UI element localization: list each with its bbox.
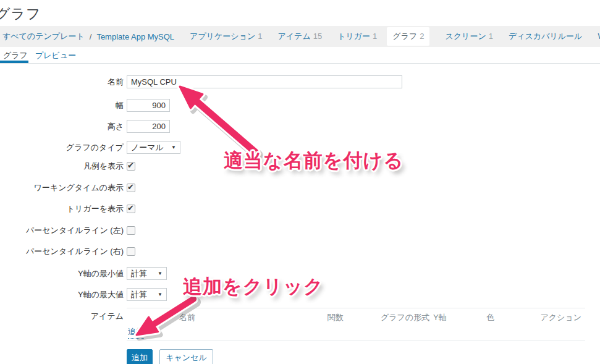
show-legend-label: 凡例を表示 <box>0 161 124 172</box>
yaxis-min-select[interactable]: 計算 ▼ <box>127 267 167 280</box>
nav-item-discovery-rules[interactable]: ディスカバリルール <box>509 31 582 42</box>
item-add-link[interactable]: 追加 <box>128 326 144 339</box>
dropdown-caret-icon: ▼ <box>151 292 163 297</box>
form-row-show-triggers: トリガーを表示 ✔ <box>0 203 135 215</box>
nav-item-screens[interactable]: スクリーン1 <box>445 31 492 42</box>
cancel-button[interactable]: キャンセル <box>159 349 213 364</box>
yaxis-min-value: 計算 <box>131 268 147 279</box>
yaxis-max-label: Y軸の最大値 <box>0 289 124 300</box>
yaxis-max-select[interactable]: 計算 ▼ <box>127 288 167 301</box>
nav-item-items[interactable]: アイテム15 <box>277 31 322 42</box>
form-row-yaxis-max: Y軸の最大値 計算 ▼ <box>0 288 167 301</box>
form-row-height: 高さ <box>0 120 170 133</box>
form-row-yaxis-min: Y軸の最小値 計算 ▼ <box>0 267 167 280</box>
tab-bar: グラフ プレビュー <box>0 47 600 64</box>
percentile-right-checkbox[interactable]: ✔ <box>127 247 135 256</box>
show-triggers-checkbox[interactable]: ✔ <box>127 205 135 213</box>
items-column-function: 関数 <box>327 312 344 323</box>
form-buttons: 追加 キャンセル <box>127 349 213 364</box>
add-button[interactable]: 追加 <box>127 349 153 364</box>
graph-type-label: グラフのタイプ <box>0 142 124 153</box>
nav-count: 1 <box>489 32 493 41</box>
breadcrumb-separator: / <box>90 32 92 41</box>
width-input[interactable] <box>127 99 170 112</box>
yaxis-min-label: Y軸の最小値 <box>0 268 124 279</box>
checkmark-icon: ✔ <box>127 203 134 213</box>
items-label: アイテム <box>0 311 124 322</box>
show-triggers-label: トリガーを表示 <box>0 203 124 214</box>
items-column-action: アクション <box>540 312 581 323</box>
percentile-left-checkbox[interactable]: ✔ <box>127 226 135 235</box>
items-column-yaxis: Y軸 <box>433 312 447 323</box>
width-label: 幅 <box>0 100 124 111</box>
name-input[interactable] <box>127 75 402 88</box>
graph-edit-page: グラフ すべてのテンプレート / Template App MySQL アプリケ… <box>0 0 600 364</box>
items-column-name: 名前 <box>179 312 195 323</box>
checkmark-icon: ✔ <box>127 161 134 170</box>
percentile-left-label: パーセンタイルライン (左) <box>0 225 124 236</box>
form-row-percentile-right: パーセンタイルライン (右) ✔ <box>0 245 135 258</box>
form-row-width: 幅 <box>0 99 170 112</box>
dropdown-caret-icon: ▼ <box>165 145 176 150</box>
height-label: 高さ <box>0 121 124 132</box>
graph-type-select[interactable]: ノーマル ▼ <box>127 141 180 154</box>
form-row-items: アイテム <box>0 311 124 322</box>
tab-preview[interactable]: プレビュー <box>35 50 76 61</box>
annotation-add-note: 追加をクリック <box>183 274 324 300</box>
form-row-graph-type: グラフのタイプ ノーマル ▼ <box>0 141 180 154</box>
items-column-draw-style: グラフの形式 <box>381 312 429 323</box>
breadcrumb-all-templates-link[interactable]: すべてのテンプレート <box>2 31 85 42</box>
nav-item-triggers[interactable]: トリガー1 <box>337 31 377 42</box>
nav-item-graphs[interactable]: グラフ2 <box>387 27 429 46</box>
nav-item-applications[interactable]: アプリケーション1 <box>190 31 262 42</box>
items-table: 名前 関数 グラフの形式 Y軸 色 アクション 追加 <box>127 308 585 341</box>
form-row-name: 名前 <box>0 75 402 88</box>
form-row-show-legend: 凡例を表示 ✔ <box>0 160 135 172</box>
nav-count: 1 <box>373 32 377 41</box>
percentile-right-label: パーセンタイルライン (右) <box>0 246 124 257</box>
nav-item-web-scenarios[interactable]: Webシナリオ <box>598 31 600 42</box>
arrow-to-name-field <box>180 87 258 155</box>
breadcrumb: すべてのテンプレート / Template App MySQL アプリケーション… <box>0 26 600 47</box>
form-row-working-time: ワーキングタイムの表示 ✔ <box>0 182 135 194</box>
breadcrumb-template-link[interactable]: Template App MySQL <box>96 32 174 41</box>
yaxis-max-value: 計算 <box>131 289 147 300</box>
annotation-name-note: 適当な名前を付ける <box>224 148 404 174</box>
page-title: グラフ <box>0 4 41 23</box>
nav-count: 2 <box>420 32 424 41</box>
nav-count: 15 <box>313 32 322 41</box>
show-legend-checkbox[interactable]: ✔ <box>127 162 135 171</box>
dropdown-caret-icon: ▼ <box>151 271 163 276</box>
tab-graph[interactable]: グラフ <box>3 50 28 61</box>
form-row-percentile-left: パーセンタイルライン (左) ✔ <box>0 224 135 237</box>
checkmark-icon: ✔ <box>127 182 134 192</box>
items-column-color: 色 <box>486 312 494 323</box>
graph-type-value: ノーマル <box>131 142 164 153</box>
nav-count: 1 <box>258 32 262 41</box>
working-time-checkbox[interactable]: ✔ <box>127 184 135 192</box>
name-label: 名前 <box>0 77 124 88</box>
height-input[interactable] <box>127 120 170 133</box>
working-time-label: ワーキングタイムの表示 <box>0 182 124 193</box>
